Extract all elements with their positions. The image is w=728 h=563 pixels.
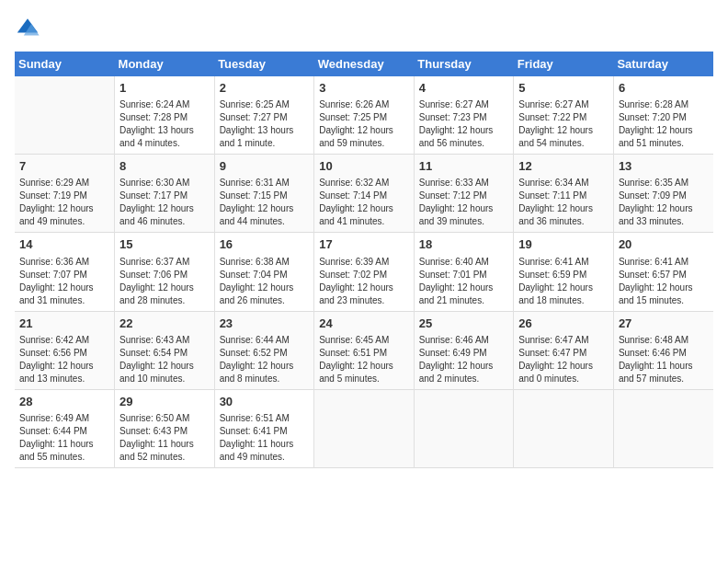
day-number: 1	[119, 80, 210, 97]
logo-icon	[15, 15, 40, 40]
calendar-cell: 3Sunrise: 6:26 AM Sunset: 7:25 PM Daylig…	[314, 76, 415, 155]
day-info: Sunrise: 6:41 AM Sunset: 6:59 PM Dayligh…	[518, 256, 609, 307]
calendar-week-row: 1Sunrise: 6:24 AM Sunset: 7:28 PM Daylig…	[15, 76, 713, 155]
day-number: 21	[19, 316, 109, 332]
day-number: 15	[119, 236, 210, 253]
day-info: Sunrise: 6:31 AM Sunset: 7:15 PM Dayligh…	[220, 177, 310, 228]
day-info: Sunrise: 6:24 AM Sunset: 7:28 PM Dayligh…	[119, 98, 210, 150]
day-info: Sunrise: 6:42 AM Sunset: 6:56 PM Dayligh…	[19, 334, 109, 385]
calendar-cell: 22Sunrise: 6:43 AM Sunset: 6:54 PM Dayli…	[115, 311, 215, 389]
day-number: 23	[220, 316, 310, 332]
day-number: 26	[518, 316, 609, 332]
calendar-cell: 15Sunrise: 6:37 AM Sunset: 7:06 PM Dayli…	[115, 233, 215, 311]
day-info: Sunrise: 6:27 AM Sunset: 7:23 PM Dayligh…	[419, 98, 509, 150]
calendar-week-row: 7Sunrise: 6:29 AM Sunset: 7:19 PM Daylig…	[15, 155, 713, 233]
calendar-cell: 26Sunrise: 6:47 AM Sunset: 6:47 PM Dayli…	[514, 311, 614, 389]
calendar-cell: 27Sunrise: 6:48 AM Sunset: 6:46 PM Dayli…	[613, 311, 713, 389]
calendar-cell: 1Sunrise: 6:24 AM Sunset: 7:28 PM Daylig…	[115, 76, 215, 155]
day-info: Sunrise: 6:30 AM Sunset: 7:17 PM Dayligh…	[119, 177, 210, 228]
day-info: Sunrise: 6:51 AM Sunset: 6:41 PM Dayligh…	[220, 412, 310, 464]
calendar-cell: 20Sunrise: 6:41 AM Sunset: 6:57 PM Dayli…	[613, 233, 713, 311]
calendar-cell: 10Sunrise: 6:32 AM Sunset: 7:14 PM Dayli…	[314, 155, 415, 233]
day-number: 30	[220, 394, 310, 410]
day-info: Sunrise: 6:49 AM Sunset: 6:44 PM Dayligh…	[19, 412, 109, 464]
calendar-cell: 7Sunrise: 6:29 AM Sunset: 7:19 PM Daylig…	[15, 155, 115, 233]
day-number: 14	[19, 236, 109, 253]
day-number: 12	[518, 158, 609, 175]
day-info: Sunrise: 6:40 AM Sunset: 7:01 PM Dayligh…	[419, 256, 509, 307]
calendar-cell: 14Sunrise: 6:36 AM Sunset: 7:07 PM Dayli…	[15, 233, 115, 311]
weekday-wednesday: Wednesday	[314, 52, 415, 76]
day-number: 5	[518, 80, 609, 97]
calendar-cell: 19Sunrise: 6:41 AM Sunset: 6:59 PM Dayli…	[514, 233, 614, 311]
day-info: Sunrise: 6:33 AM Sunset: 7:12 PM Dayligh…	[419, 177, 509, 228]
calendar-cell: 6Sunrise: 6:28 AM Sunset: 7:20 PM Daylig…	[613, 76, 713, 155]
calendar-cell: 21Sunrise: 6:42 AM Sunset: 6:56 PM Dayli…	[15, 311, 115, 389]
calendar-header: SundayMondayTuesdayWednesdayThursdayFrid…	[15, 52, 713, 76]
weekday-friday: Friday	[514, 52, 614, 76]
day-info: Sunrise: 6:38 AM Sunset: 7:04 PM Dayligh…	[220, 256, 310, 307]
day-number: 24	[319, 316, 409, 332]
day-info: Sunrise: 6:41 AM Sunset: 6:57 PM Dayligh…	[619, 256, 709, 307]
calendar-cell	[613, 389, 713, 467]
calendar-cell	[314, 389, 415, 467]
calendar-week-row: 21Sunrise: 6:42 AM Sunset: 6:56 PM Dayli…	[15, 311, 713, 389]
day-number: 11	[419, 158, 509, 175]
weekday-saturday: Saturday	[613, 52, 713, 76]
weekday-sunday: Sunday	[15, 52, 115, 76]
calendar-cell: 16Sunrise: 6:38 AM Sunset: 7:04 PM Dayli…	[214, 233, 314, 311]
day-number: 8	[119, 158, 210, 175]
day-info: Sunrise: 6:25 AM Sunset: 7:27 PM Dayligh…	[220, 98, 310, 150]
day-info: Sunrise: 6:32 AM Sunset: 7:14 PM Dayligh…	[319, 177, 409, 228]
calendar-cell: 18Sunrise: 6:40 AM Sunset: 7:01 PM Dayli…	[414, 233, 514, 311]
calendar-cell: 13Sunrise: 6:35 AM Sunset: 7:09 PM Dayli…	[613, 155, 713, 233]
calendar-table: SundayMondayTuesdayWednesdayThursdayFrid…	[15, 52, 713, 468]
day-info: Sunrise: 6:46 AM Sunset: 6:49 PM Dayligh…	[419, 334, 509, 385]
calendar-week-row: 28Sunrise: 6:49 AM Sunset: 6:44 PM Dayli…	[15, 389, 713, 467]
day-info: Sunrise: 6:29 AM Sunset: 7:19 PM Dayligh…	[19, 177, 109, 228]
calendar-cell: 17Sunrise: 6:39 AM Sunset: 7:02 PM Dayli…	[314, 233, 415, 311]
day-number: 9	[220, 158, 310, 175]
day-info: Sunrise: 6:36 AM Sunset: 7:07 PM Dayligh…	[19, 256, 109, 307]
day-info: Sunrise: 6:44 AM Sunset: 6:52 PM Dayligh…	[220, 334, 310, 385]
calendar-cell: 8Sunrise: 6:30 AM Sunset: 7:17 PM Daylig…	[115, 155, 215, 233]
day-info: Sunrise: 6:48 AM Sunset: 6:46 PM Dayligh…	[619, 334, 709, 385]
calendar-cell: 11Sunrise: 6:33 AM Sunset: 7:12 PM Dayli…	[414, 155, 514, 233]
day-info: Sunrise: 6:45 AM Sunset: 6:51 PM Dayligh…	[319, 334, 409, 385]
day-info: Sunrise: 6:43 AM Sunset: 6:54 PM Dayligh…	[119, 334, 210, 385]
calendar-cell	[514, 389, 614, 467]
weekday-monday: Monday	[115, 52, 215, 76]
day-number: 18	[419, 236, 509, 253]
day-info: Sunrise: 6:50 AM Sunset: 6:43 PM Dayligh…	[119, 412, 210, 464]
day-number: 17	[319, 236, 409, 253]
calendar-cell	[414, 389, 514, 467]
calendar-cell: 28Sunrise: 6:49 AM Sunset: 6:44 PM Dayli…	[15, 389, 115, 467]
calendar-cell: 23Sunrise: 6:44 AM Sunset: 6:52 PM Dayli…	[214, 311, 314, 389]
day-info: Sunrise: 6:28 AM Sunset: 7:20 PM Dayligh…	[619, 98, 709, 150]
calendar-cell: 5Sunrise: 6:27 AM Sunset: 7:22 PM Daylig…	[514, 76, 614, 155]
day-number: 20	[619, 236, 709, 253]
day-number: 22	[119, 316, 210, 332]
day-info: Sunrise: 6:47 AM Sunset: 6:47 PM Dayligh…	[518, 334, 609, 385]
day-number: 19	[518, 236, 609, 253]
day-number: 7	[19, 158, 109, 175]
weekday-tuesday: Tuesday	[214, 52, 314, 76]
calendar-cell: 2Sunrise: 6:25 AM Sunset: 7:27 PM Daylig…	[214, 76, 314, 155]
calendar-body: 1Sunrise: 6:24 AM Sunset: 7:28 PM Daylig…	[15, 76, 713, 467]
calendar-week-row: 14Sunrise: 6:36 AM Sunset: 7:07 PM Dayli…	[15, 233, 713, 311]
calendar-cell: 30Sunrise: 6:51 AM Sunset: 6:41 PM Dayli…	[214, 389, 314, 467]
day-info: Sunrise: 6:39 AM Sunset: 7:02 PM Dayligh…	[319, 256, 409, 307]
calendar-cell: 24Sunrise: 6:45 AM Sunset: 6:51 PM Dayli…	[314, 311, 415, 389]
page-header	[15, 15, 713, 40]
logo	[15, 15, 42, 40]
day-info: Sunrise: 6:27 AM Sunset: 7:22 PM Dayligh…	[518, 98, 609, 150]
day-number: 28	[19, 394, 109, 410]
day-info: Sunrise: 6:37 AM Sunset: 7:06 PM Dayligh…	[119, 256, 210, 307]
weekday-thursday: Thursday	[414, 52, 514, 76]
weekday-row: SundayMondayTuesdayWednesdayThursdayFrid…	[15, 52, 713, 76]
calendar-cell: 9Sunrise: 6:31 AM Sunset: 7:15 PM Daylig…	[214, 155, 314, 233]
day-number: 2	[220, 80, 310, 97]
calendar-cell: 4Sunrise: 6:27 AM Sunset: 7:23 PM Daylig…	[414, 76, 514, 155]
day-number: 27	[619, 316, 709, 332]
calendar-cell	[15, 76, 115, 155]
